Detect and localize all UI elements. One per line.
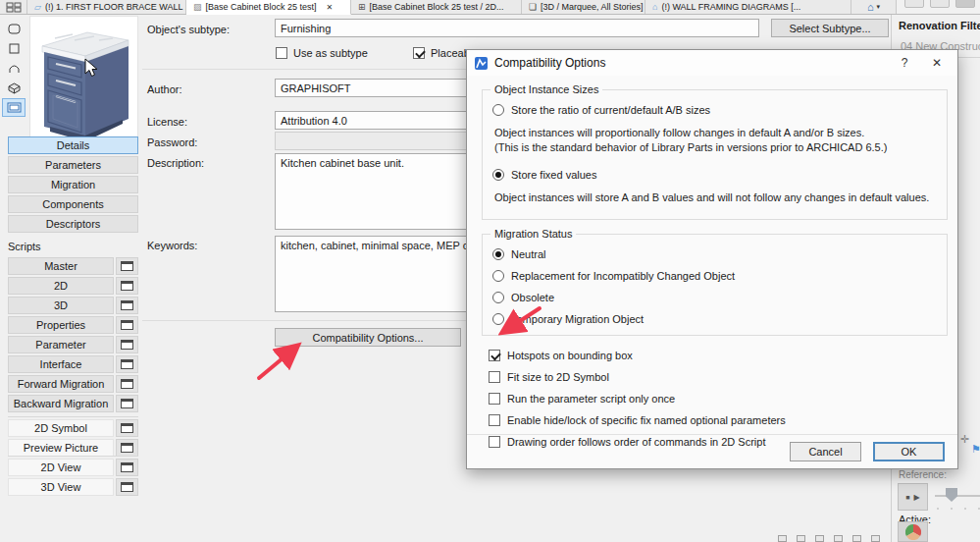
preview-plan-mode-button[interactable] — [2, 39, 26, 58]
store-fixed-radio[interactable]: Store fixed values — [492, 169, 937, 181]
tab-label: (!) WALL FRAMING DIAGRAMS [... — [661, 2, 800, 12]
dialog-title-bar[interactable]: Compatibility Options ? ✕ — [467, 50, 957, 76]
tab-base-cabinet-block-test-2d[interactable]: ⊞ [Base Cabinet Block 25 test / 2D... — [351, 0, 522, 14]
open-window-button[interactable] — [116, 375, 138, 393]
cursor-icon — [84, 58, 101, 78]
sidebar-item-2d-script[interactable]: 2D — [8, 277, 114, 295]
tab-base-cabinet-block-test[interactable]: ▨ [Base Cabinet Block 25 test] ✕ — [186, 0, 351, 15]
annotation-arrow-compatibility — [259, 349, 294, 378]
new-tab-navigator-button[interactable]: ⌂ ▾ — [851, 0, 897, 14]
open-window-button[interactable] — [116, 316, 138, 334]
reference-slider-track[interactable] — [935, 495, 980, 497]
preview-axo-icon — [8, 82, 21, 94]
ok-button[interactable]: OK — [873, 442, 945, 461]
toolbar-partial-icon — [955, 0, 975, 8]
tab-first-floor-brace-wall[interactable]: ▱ (!) 1. FIRST FLOOR BRACE WALL ... — [27, 0, 186, 14]
slider-tick — [951, 508, 953, 510]
obsolete-radio[interactable]: Obsolete — [492, 292, 937, 303]
open-window-button[interactable] — [116, 257, 138, 275]
sidebar-item-interface-script[interactable]: Interface — [8, 355, 114, 373]
play-icon: ▶ — [914, 493, 920, 502]
checkbox-icon — [489, 350, 500, 361]
enable-hide-lock-checkbox[interactable]: Enable hide/lock of specific fix named o… — [489, 414, 957, 426]
compatibility-options-dialog: Compatibility Options ? ✕ Object Instanc… — [466, 49, 958, 469]
sidebar-item-parameters[interactable]: Parameters — [8, 156, 138, 174]
checkbox-icon — [489, 414, 500, 426]
sidebar-item-parameter-script[interactable]: Parameter — [8, 336, 114, 353]
open-window-button[interactable] — [116, 297, 138, 314]
use-as-subtype-label: Use as subtype — [293, 47, 368, 59]
layout-grid-button[interactable] — [0, 0, 27, 14]
sidebar-item-3d-view[interactable]: 3D View — [8, 478, 114, 496]
sidebar-item-3d-script[interactable]: 3D — [8, 297, 114, 314]
open-window-button[interactable] — [116, 277, 138, 295]
preview-rounded-mode-button[interactable] — [2, 20, 26, 38]
active-style-button[interactable] — [898, 521, 928, 542]
sidebar-item-master-script[interactable]: Master — [8, 257, 114, 275]
renovation-filter-label: Renovation Filter: — [899, 20, 980, 31]
close-icon[interactable]: ✕ — [924, 56, 950, 70]
use-as-subtype-checkbox[interactable]: Use as subtype — [276, 47, 368, 59]
archicad-logo-icon — [475, 57, 488, 70]
fit-size-2d-symbol-checkbox[interactable]: Fit size to 2D Symbol — [489, 371, 957, 383]
sidebar-item-backward-migration-script[interactable]: Backward Migration — [8, 395, 114, 412]
radio-icon — [492, 292, 504, 303]
sidebar-item-2d-symbol[interactable]: 2D Symbol — [8, 419, 114, 437]
checkbox-icon — [413, 47, 425, 59]
group-label: Object Instance Sizes — [490, 83, 602, 95]
preview-rounded-icon — [8, 24, 21, 34]
radio-icon — [492, 270, 504, 282]
scripts-section-header: Scripts — [8, 241, 41, 252]
cabinet-preview-image — [29, 16, 138, 143]
open-window-button[interactable] — [116, 355, 138, 373]
preview-elevation-mode-button[interactable] — [2, 59, 26, 78]
open-window-button[interactable] — [116, 478, 138, 496]
reference-step-button[interactable]: ■ ▶ — [898, 483, 928, 511]
open-window-button[interactable] — [116, 395, 138, 412]
help-icon[interactable]: ? — [892, 56, 917, 70]
open-window-button[interactable] — [116, 419, 138, 437]
password-label: Password: — [147, 136, 197, 148]
tab-3d-marquee[interactable]: ❏ [3D / Marquee, All Stories] — [522, 0, 645, 14]
sidebar-item-descriptors[interactable]: Descriptors — [8, 215, 138, 233]
subtype-label: Object's subtype: — [147, 24, 230, 35]
neutral-radio[interactable]: Neutral — [492, 248, 937, 260]
editor-pages: Details Parameters Migration Components … — [8, 136, 138, 233]
slider-handle[interactable] — [946, 488, 957, 502]
license-label: License: — [147, 116, 187, 128]
open-window-button[interactable] — [116, 336, 138, 353]
open-window-button[interactable] — [116, 459, 138, 476]
sidebar-item-components[interactable]: Components — [8, 195, 138, 213]
select-subtype-button[interactable]: Select Subtype... — [771, 19, 889, 37]
compatibility-options-button[interactable]: Compatibility Options... — [275, 328, 461, 347]
sidebar-item-properties-script[interactable]: Properties — [8, 316, 114, 334]
subtype-field[interactable] — [275, 19, 759, 37]
run-parameter-script-once-checkbox[interactable]: Run the parameter script only once — [489, 393, 957, 405]
window-icon — [121, 379, 133, 389]
tab-bar: ▱ (!) 1. FIRST FLOOR BRACE WALL ... ▨ [B… — [0, 0, 980, 15]
close-icon[interactable]: ✕ — [327, 3, 334, 12]
window-icon — [121, 359, 133, 369]
store-fixed-label: Store fixed values — [511, 169, 596, 181]
dialog-title: Compatibility Options — [494, 56, 885, 70]
tab-label: [Base Cabinet Block 25 test / 2D... — [370, 2, 504, 12]
sidebar-item-2d-view[interactable]: 2D View — [8, 459, 114, 476]
sidebar-item-details[interactable]: Details — [8, 136, 138, 154]
preview-3d-mode-button[interactable] — [2, 79, 26, 97]
temporary-migration-radio[interactable]: Temporary Migration Object — [492, 313, 937, 325]
preview-plan-icon — [8, 43, 21, 54]
sidebar-item-forward-migration-script[interactable]: Forward Migration — [8, 375, 114, 393]
open-window-button[interactable] — [116, 439, 138, 457]
hotspots-bounding-box-checkbox[interactable]: Hotspots on bounding box — [489, 350, 957, 361]
cancel-button[interactable]: Cancel — [790, 442, 861, 461]
window-icon — [121, 423, 133, 433]
store-ratio-radio[interactable]: Store the ratio of current/default A/B s… — [492, 104, 937, 116]
window-icon — [121, 399, 133, 408]
window-icon — [121, 261, 133, 271]
tab-bar-spacer — [897, 0, 980, 14]
tab-wall-framing-diagrams[interactable]: ⌂ (!) WALL FRAMING DIAGRAMS [... — [645, 0, 851, 14]
replacement-radio[interactable]: Replacement for Incompatibly Changed Obj… — [492, 270, 937, 282]
preview-photo-mode-button[interactable] — [2, 98, 26, 117]
sidebar-item-migration[interactable]: Migration — [8, 176, 138, 193]
sidebar-item-preview-picture[interactable]: Preview Picture — [8, 439, 114, 457]
